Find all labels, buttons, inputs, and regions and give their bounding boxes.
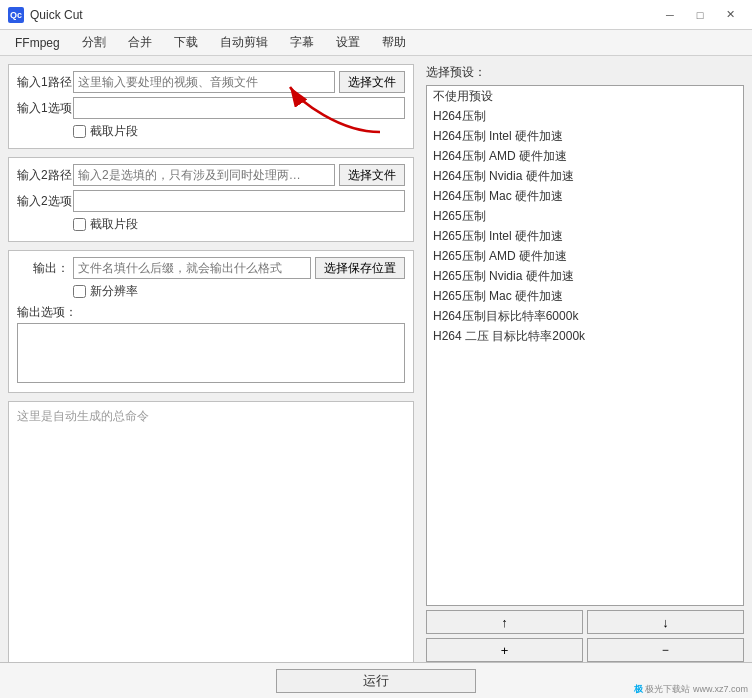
menu-item-ffmpeg[interactable]: FFmpeg [4, 32, 71, 54]
input1-section: 输入1路径： 选择文件 输入1选项： 截取片段 [8, 64, 414, 149]
right-panel: 选择预设： 不使用预设 H264压制 H264压制 Intel 硬件加速 H26… [422, 56, 752, 698]
preset-item-10[interactable]: H265压制 Mac 硬件加速 [427, 286, 743, 306]
menu-item-help[interactable]: 帮助 [371, 32, 417, 54]
input1-clip-checkbox[interactable] [73, 125, 86, 138]
preset-item-7[interactable]: H265压制 Intel 硬件加速 [427, 226, 743, 246]
preset-label: 选择预设： [426, 64, 744, 81]
preset-list[interactable]: 不使用预设 H264压制 H264压制 Intel 硬件加速 H264压制 AM… [426, 85, 744, 606]
input2-section: 输入2路径： 选择文件 输入2选项： 截取片段 [8, 157, 414, 242]
preset-item-4[interactable]: H264压制 Nvidia 硬件加速 [427, 166, 743, 186]
close-button[interactable]: ✕ [716, 5, 744, 25]
preset-item-2[interactable]: H264压制 Intel 硬件加速 [427, 126, 743, 146]
input1-path-label: 输入1路径： [17, 74, 69, 91]
run-button[interactable]: 运行 [276, 669, 476, 693]
menu-item-subtitle[interactable]: 字幕 [279, 32, 325, 54]
output-resolution-label: 新分辨率 [90, 283, 138, 300]
command-box: 这里是自动生成的总命令 [8, 401, 414, 686]
preset-item-1[interactable]: H264压制 [427, 106, 743, 126]
input1-options-field[interactable] [73, 97, 405, 119]
preset-move-buttons: ↑ ↓ [426, 610, 744, 634]
preset-add-button[interactable]: + [426, 638, 583, 662]
menu-item-settings[interactable]: 设置 [325, 32, 371, 54]
preset-down-button[interactable]: ↓ [587, 610, 744, 634]
menu-item-split[interactable]: 分割 [71, 32, 117, 54]
output-path-field[interactable] [73, 257, 311, 279]
watermark: 极 极光下载站 www.xz7.com [634, 683, 748, 696]
minimize-button[interactable]: ─ [656, 5, 684, 25]
menu-item-download[interactable]: 下载 [163, 32, 209, 54]
command-placeholder-text: 这里是自动生成的总命令 [17, 409, 149, 423]
input2-select-button[interactable]: 选择文件 [339, 164, 405, 186]
app-icon: Qc [8, 7, 24, 23]
input2-path-field[interactable] [73, 164, 335, 186]
input2-options-field[interactable] [73, 190, 405, 212]
output-options-textarea[interactable] [17, 323, 405, 383]
menu-bar: FFmpeg 分割 合并 下载 自动剪辑 字幕 设置 帮助 [0, 30, 752, 56]
window-title: Quick Cut [30, 8, 83, 22]
input2-options-label: 输入2选项： [17, 193, 69, 210]
preset-item-5[interactable]: H264压制 Mac 硬件加速 [427, 186, 743, 206]
output-path-label: 输出： [17, 260, 69, 277]
output-resolution-checkbox[interactable] [73, 285, 86, 298]
menu-item-merge[interactable]: 合并 [117, 32, 163, 54]
output-select-button[interactable]: 选择保存位置 [315, 257, 405, 279]
input2-path-label: 输入2路径： [17, 167, 69, 184]
maximize-button[interactable]: □ [686, 5, 714, 25]
preset-item-3[interactable]: H264压制 AMD 硬件加速 [427, 146, 743, 166]
input1-path-field[interactable] [73, 71, 335, 93]
preset-up-button[interactable]: ↑ [426, 610, 583, 634]
input1-clip-label: 截取片段 [90, 123, 138, 140]
input2-clip-label: 截取片段 [90, 216, 138, 233]
left-panel: 输入1路径： 选择文件 输入1选项： 截取片段 输入2路径： 选择文件 输入2选… [0, 56, 422, 698]
preset-item-8[interactable]: H265压制 AMD 硬件加速 [427, 246, 743, 266]
preset-add-remove-buttons: + － [426, 638, 744, 662]
preset-item-0[interactable]: 不使用预设 [427, 86, 743, 106]
preset-remove-button[interactable]: － [587, 638, 744, 662]
window-controls: ─ □ ✕ [656, 5, 744, 25]
preset-item-6[interactable]: H265压制 [427, 206, 743, 226]
preset-item-12[interactable]: H264 二压 目标比特率2000k [427, 326, 743, 346]
preset-item-9[interactable]: H265压制 Nvidia 硬件加速 [427, 266, 743, 286]
input1-select-button[interactable]: 选择文件 [339, 71, 405, 93]
menu-item-autocut[interactable]: 自动剪辑 [209, 32, 279, 54]
input2-clip-checkbox[interactable] [73, 218, 86, 231]
input1-options-label: 输入1选项： [17, 100, 69, 117]
title-bar: Qc Quick Cut ─ □ ✕ [0, 0, 752, 30]
output-options-label: 输出选项： [17, 304, 405, 321]
output-section: 输出： 选择保存位置 新分辨率 输出选项： [8, 250, 414, 393]
preset-item-11[interactable]: H264压制目标比特率6000k [427, 306, 743, 326]
